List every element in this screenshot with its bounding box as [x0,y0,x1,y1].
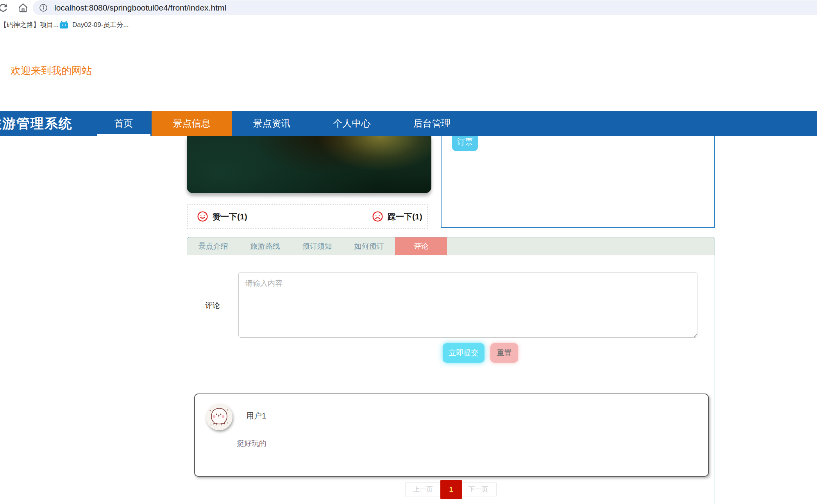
nav-underline [97,134,150,136]
tab-label: 预订须知 [302,242,332,250]
dislike-label: 踩一下(1) [388,211,422,222]
bookmark-label: Day02-09-员工分... [72,20,129,29]
browser-chrome: localhost:8080/springbootul0e4/front/ind… [0,0,817,33]
current-page-button[interactable]: 1 [440,480,462,499]
tab-label: 如何预订 [354,242,384,250]
home-icon[interactable] [17,2,29,14]
tab-introduction[interactable]: 景点介绍 [187,237,239,255]
submit-button[interactable]: 立即提交 [443,343,484,363]
page: localhost:8080/springbootul0e4/front/ind… [0,0,817,504]
pagination: 上一页 1 下一页 [405,482,497,497]
reset-button[interactable]: 重置 [490,343,518,363]
bookmark-item[interactable]: Day02-09-员工分... [59,19,129,30]
bookmark-item[interactable]: 【码神之路】项目... [0,19,59,30]
avatar [206,404,232,430]
nav-item-attraction-news[interactable]: 景点资讯 [232,111,312,136]
nav-item-label: 首页 [114,118,133,128]
reload-icon[interactable] [0,2,9,14]
nav-item-label: 个人中心 [333,118,371,128]
nav-item-label: 后台管理 [413,118,451,128]
like-button[interactable]: 赞一下(1) [197,205,247,228]
comment-text: 挺好玩的 [237,438,266,449]
comment-textarea[interactable] [238,272,697,338]
welcome-heading: 欢迎来到我的网站 [11,64,92,78]
tab-label: 评论 [414,242,429,250]
next-page-button[interactable]: 下一页 [462,482,495,497]
tab-how-to-book[interactable]: 如何预订 [343,237,395,255]
bookmarks-bar: 【码神之路】项目... Day02-09-员工分... [0,19,352,32]
address-bar[interactable]: localhost:8080/springbootul0e4/front/ind… [33,0,817,15]
bilibili-icon [59,20,69,30]
comment-card: 用户1 挺好玩的 [194,394,709,477]
nav-item-label: 景点信息 [173,118,211,128]
nav-item-label: 景点资讯 [253,118,291,128]
tab-booking-notes[interactable]: 预订须知 [291,237,343,255]
info-icon[interactable] [39,3,48,12]
bookmark-label: 【码神之路】项目... [0,20,59,29]
comment-divider [206,464,697,464]
comment-form-label: 评论 [205,301,220,311]
frown-face-icon [372,210,384,223]
nav-item-personal-center[interactable]: 个人中心 [312,111,392,136]
detail-tabs-panel: 景点介绍 旅游路线 预订须知 如何预订 评论 评论 立即提交 重置 [187,237,715,504]
tab-bar: 景点介绍 旅游路线 预订须知 如何预订 评论 [187,237,715,255]
prev-page-button[interactable]: 上一页 [406,482,440,497]
tab-routes[interactable]: 旅游路线 [239,237,291,255]
tab-label: 景点介绍 [198,242,228,250]
site-brand: 旅游管理系统 [0,111,73,136]
tab-label: 旅游路线 [250,242,280,250]
smiley-face-icon [197,210,209,223]
nav-item-home[interactable]: 首页 [97,111,150,136]
booking-panel: 订票 [441,129,715,228]
tab-comments[interactable]: 评论 [395,237,447,255]
dislike-button[interactable]: 踩一下(1) [372,205,422,228]
nav-item-admin[interactable]: 后台管理 [392,111,472,136]
panel-divider [448,154,708,154]
attraction-image [187,136,431,193]
nav-item-attraction-info[interactable]: 景点信息 [152,111,232,136]
like-label: 赞一下(1) [213,211,247,222]
comment-username: 用户1 [246,411,266,421]
main-nav: 旅游管理系统 首页 景点信息 景点资讯 个人中心 后台管理 [0,111,817,136]
url-text[interactable]: localhost:8080/springbootul0e4/front/ind… [54,3,226,12]
vote-box: 赞一下(1) 踩一下(1) [187,204,428,229]
